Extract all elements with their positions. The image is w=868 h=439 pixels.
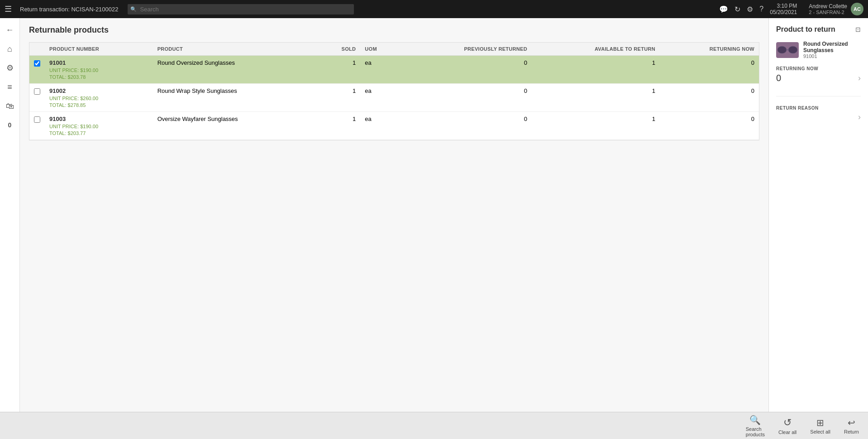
table-row[interactable]: 91003 UNIT PRICE: $190.00 TOTAL: $203.77…: [29, 112, 759, 140]
sidebar-counter-button[interactable]: 0: [2, 117, 18, 133]
bottom-bar: 🔍 Searchproducts ↺ Clear all ⊞ Select al…: [0, 412, 868, 439]
product-number-cell: 91003 UNIT PRICE: $190.00 TOTAL: $203.77: [45, 112, 153, 140]
left-sidebar: ← ⌂ ⚙ ≡ 🛍 0: [0, 18, 20, 412]
returning-now-cell: 0: [660, 56, 759, 84]
selected-product-id: 91001: [803, 53, 861, 59]
available-to-return-header: AVAILABLE TO RETURN: [532, 43, 660, 56]
product-unit-price: UNIT PRICE: $260.00: [49, 96, 148, 101]
sidebar-cart-button[interactable]: 🛍: [2, 98, 18, 114]
settings-icon[interactable]: ⚙: [747, 5, 753, 14]
available-to-return-cell: 1: [532, 112, 660, 140]
time-display: 3:10 PM 05/20/2021: [770, 3, 797, 15]
product-number-cell: 91002 UNIT PRICE: $260.00 TOTAL: $278.85: [45, 84, 153, 112]
hamburger-icon[interactable]: ☰: [5, 4, 12, 14]
user-avatar[interactable]: AC: [851, 3, 863, 15]
expand-icon[interactable]: ⊡: [855, 26, 861, 33]
uom-cell: ea: [360, 112, 399, 140]
sold-cell: 1: [317, 112, 360, 140]
available-to-return-cell: 1: [532, 84, 660, 112]
help-icon[interactable]: ?: [759, 5, 763, 13]
product-total: TOTAL: $278.85: [49, 102, 148, 108]
sidebar-home-button[interactable]: ⌂: [2, 41, 18, 57]
transaction-title: Return transaction: NCISAN-2100022: [20, 6, 119, 13]
return-reason-chevron[interactable]: ›: [858, 112, 861, 122]
selected-product-name: Round Oversized Sunglasses: [803, 41, 861, 53]
row-checkbox[interactable]: [34, 60, 40, 67]
search-bar[interactable]: [128, 4, 354, 14]
clear-all-label: Clear all: [778, 429, 796, 435]
returning-now-row: 0 ›: [776, 73, 861, 83]
return-button[interactable]: ↩ Return: [844, 417, 859, 434]
product-info: Round Oversized Sunglasses 91001: [803, 41, 861, 59]
search-products-button[interactable]: 🔍 Searchproducts: [746, 415, 765, 437]
products-area: Returnable products PRODUCT NUMBER PRODU…: [20, 18, 768, 412]
right-panel: Product to return ⊡ Round Oversized Sung…: [768, 18, 868, 412]
user-name: Andrew Collette 2 - SANFRAN-2: [809, 3, 847, 15]
user-info: Andrew Collette 2 - SANFRAN-2 AC: [809, 3, 863, 15]
product-preview: Round Oversized Sunglasses 91001: [776, 41, 861, 59]
row-checkbox-cell[interactable]: [29, 112, 45, 140]
search-products-icon: 🔍: [749, 415, 761, 425]
top-bar-icons: 💬 ↻ ⚙ ? 3:10 PM 05/20/2021 Andrew Collet…: [719, 3, 863, 15]
product-number-header: PRODUCT NUMBER: [45, 43, 153, 56]
row-checkbox-cell[interactable]: [29, 56, 45, 84]
top-bar: ☰ Return transaction: NCISAN-2100022 💬 ↻…: [0, 0, 868, 18]
product-name-cell: Round Wrap Style Sunglasses: [153, 84, 318, 112]
select-all-icon: ⊞: [816, 417, 824, 428]
product-unit-price: UNIT PRICE: $190.00: [49, 68, 148, 73]
return-reason-row: ›: [776, 112, 861, 122]
refresh-icon[interactable]: ↻: [734, 5, 740, 14]
right-panel-title: Product to return: [776, 25, 835, 34]
product-image: [776, 42, 799, 58]
return-reason-label: RETURN REASON: [776, 106, 861, 111]
returning-now-cell: 0: [660, 84, 759, 112]
product-number-cell: 91001 UNIT PRICE: $190.00 TOTAL: $203.78: [45, 56, 153, 84]
table-row[interactable]: 91001 UNIT PRICE: $190.00 TOTAL: $203.78…: [29, 56, 759, 84]
search-products-label: Searchproducts: [746, 426, 765, 437]
sold-cell: 1: [317, 84, 360, 112]
products-table: PRODUCT NUMBER PRODUCT SOLD UOM PREVIOUS…: [29, 43, 759, 140]
select-all-button[interactable]: ⊞ Select all: [810, 417, 830, 434]
returning-now-chevron[interactable]: ›: [858, 73, 861, 83]
sidebar-notes-button[interactable]: ≡: [2, 79, 18, 95]
divider: [776, 96, 861, 96]
select-all-label: Select all: [810, 429, 830, 434]
clear-all-button[interactable]: ↺ Clear all: [778, 417, 796, 435]
checkbox-header: [29, 43, 45, 56]
table-row[interactable]: 91002 UNIT PRICE: $260.00 TOTAL: $278.85…: [29, 84, 759, 112]
page-title: Returnable products: [29, 25, 759, 35]
content-area: Returnable products PRODUCT NUMBER PRODU…: [20, 18, 768, 412]
main-layout: ← ⌂ ⚙ ≡ 🛍 0 Returnable products PRODUCT …: [0, 18, 868, 412]
search-input[interactable]: [128, 4, 354, 14]
previously-returned-cell: 0: [399, 112, 532, 140]
row-checkbox-cell[interactable]: [29, 84, 45, 112]
row-checkbox[interactable]: [34, 88, 40, 95]
return-reason-section: RETURN REASON ›: [776, 106, 861, 122]
products-table-container: PRODUCT NUMBER PRODUCT SOLD UOM PREVIOUS…: [29, 42, 759, 140]
returning-now-value: 0: [776, 73, 781, 83]
uom-cell: ea: [360, 56, 399, 84]
sidebar-operations-button[interactable]: ⚙: [2, 60, 18, 76]
svg-point-0: [777, 46, 787, 53]
product-unit-price: UNIT PRICE: $190.00: [49, 124, 148, 129]
sidebar-back-button[interactable]: ←: [2, 22, 18, 38]
returning-now-section: RETURNING NOW 0 ›: [776, 66, 861, 83]
product-name-cell: Round Oversized Sunglasses: [153, 56, 318, 84]
product-total: TOTAL: $203.77: [49, 130, 148, 136]
returning-now-label: RETURNING NOW: [776, 66, 861, 71]
uom-cell: ea: [360, 84, 399, 112]
table-header-row: PRODUCT NUMBER PRODUCT SOLD UOM PREVIOUS…: [29, 43, 759, 56]
chat-icon[interactable]: 💬: [719, 5, 728, 14]
previously-returned-cell: 0: [399, 84, 532, 112]
return-icon: ↩: [848, 417, 855, 428]
product-number: 91002: [49, 87, 148, 94]
return-label: Return: [844, 429, 859, 434]
uom-header: UOM: [360, 43, 399, 56]
product-header: PRODUCT: [153, 43, 318, 56]
sold-header: SOLD: [317, 43, 360, 56]
available-to-return-cell: 1: [532, 56, 660, 84]
previously-returned-header: PREVIOUSLY RETURNED: [399, 43, 532, 56]
svg-point-1: [788, 46, 797, 53]
right-panel-header: Product to return ⊡: [776, 25, 861, 34]
row-checkbox[interactable]: [34, 116, 40, 123]
